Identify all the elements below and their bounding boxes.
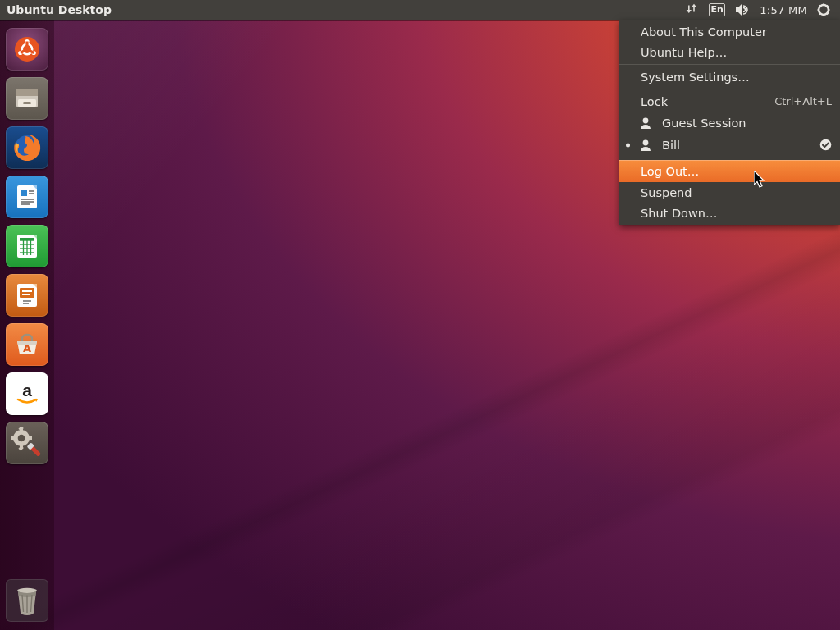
svg-rect-55 (28, 436, 32, 440)
svg-point-66 (643, 139, 649, 145)
session-menu: About This Computer Ubuntu Help… System … (619, 20, 840, 225)
launcher-settings[interactable] (6, 422, 48, 464)
svg-rect-22 (23, 102, 31, 104)
svg-rect-24 (17, 185, 37, 208)
menu-logout[interactable]: Log Out… (619, 160, 840, 182)
launcher-software[interactable]: A (6, 323, 48, 366)
sound-indicator[interactable] (730, 0, 755, 20)
svg-line-6 (827, 13, 829, 15)
menu-lock-label: Lock (641, 95, 668, 108)
svg-rect-54 (11, 436, 15, 440)
launcher-dash[interactable] (6, 28, 48, 71)
files-icon (11, 82, 43, 115)
launcher-trash[interactable] (6, 579, 48, 622)
menu-guest-session[interactable]: Guest Session (619, 112, 840, 134)
menu-logout-label: Log Out… (641, 165, 699, 178)
amazon-icon: a (11, 377, 43, 410)
software-icon: A (11, 328, 43, 361)
menu-system-settings-label: System Settings… (641, 71, 750, 84)
menu-system-settings[interactable]: System Settings… (619, 66, 840, 87)
trash-icon (11, 583, 43, 618)
language-indicator[interactable]: En (704, 0, 730, 20)
launcher-firefox[interactable] (6, 126, 48, 169)
volume-icon (735, 3, 750, 16)
svg-point-9 (822, 8, 825, 11)
svg-rect-20 (16, 89, 38, 96)
gear-icon (817, 3, 830, 16)
launcher: A a (0, 20, 54, 630)
menu-about-label: About This Computer (641, 25, 767, 39)
top-panel: Ubuntu Desktop En 1:57 ΜΜ (0, 0, 840, 20)
svg-line-8 (827, 6, 829, 7)
svg-rect-26 (21, 190, 27, 196)
active-bullet-icon (626, 143, 630, 147)
svg-rect-41 (20, 238, 34, 240)
launcher-impress[interactable] (6, 274, 48, 317)
svg-rect-46 (22, 294, 30, 295)
menu-suspend-label: Suspend (641, 186, 692, 199)
menu-help[interactable]: Ubuntu Help… (619, 42, 840, 62)
menu-separator (619, 89, 840, 89)
writer-icon (11, 181, 43, 212)
check-badge-icon (819, 139, 832, 151)
launcher-files[interactable] (6, 77, 48, 120)
calc-icon (11, 231, 43, 262)
menu-about[interactable]: About This Computer (619, 21, 840, 42)
menu-lock[interactable]: Lock Ctrl+Alt+L (619, 91, 840, 112)
launcher-amazon[interactable]: a (6, 372, 48, 415)
menu-lock-shortcut: Ctrl+Alt+L (774, 95, 832, 107)
dash-icon (11, 33, 43, 66)
svg-text:A: A (23, 342, 31, 354)
language-label: En (709, 3, 725, 16)
launcher-writer[interactable] (6, 176, 48, 218)
menu-guest-label: Guest Session (662, 116, 746, 130)
session-indicator[interactable] (812, 0, 835, 20)
person-icon (639, 139, 652, 152)
svg-rect-45 (22, 290, 32, 292)
menu-help-label: Ubuntu Help… (641, 46, 727, 59)
network-icon (686, 3, 699, 16)
person-icon (639, 116, 652, 130)
svg-point-65 (643, 117, 649, 123)
clock[interactable]: 1:57 ΜΜ (755, 0, 812, 20)
svg-text:a: a (22, 381, 32, 399)
menu-suspend[interactable]: Suspend (619, 182, 840, 203)
impress-icon (11, 280, 43, 311)
menu-separator (619, 158, 840, 158)
firefox-icon (10, 130, 44, 165)
svg-line-5 (819, 6, 821, 7)
svg-rect-44 (20, 288, 34, 298)
svg-point-58 (18, 435, 25, 442)
panel-title: Ubuntu Desktop (7, 3, 112, 16)
network-indicator[interactable] (681, 0, 704, 20)
menu-current-user[interactable]: Bill (619, 134, 840, 156)
menu-separator (619, 64, 840, 65)
menu-current-user-label: Bill (662, 139, 680, 152)
menu-shutdown-label: Shut Down… (641, 207, 717, 220)
settings-icon (11, 427, 43, 459)
svg-line-7 (819, 13, 821, 15)
menu-shutdown[interactable]: Shut Down… (619, 203, 840, 223)
launcher-calc[interactable] (6, 225, 48, 267)
